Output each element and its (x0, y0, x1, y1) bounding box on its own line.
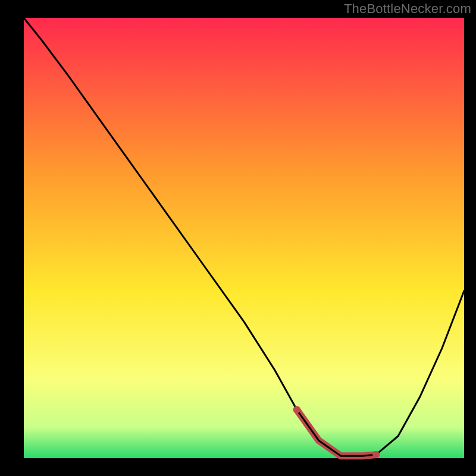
optimal-range-start-dot (293, 406, 300, 414)
chart-frame: { "watermark": "TheBottleNecker.com", "c… (0, 0, 476, 476)
watermark-text: TheBottleNecker.com (344, 1, 471, 17)
plot-area (24, 18, 464, 458)
bottleneck-chart (0, 0, 476, 476)
optimal-range-end-dot (372, 451, 380, 458)
